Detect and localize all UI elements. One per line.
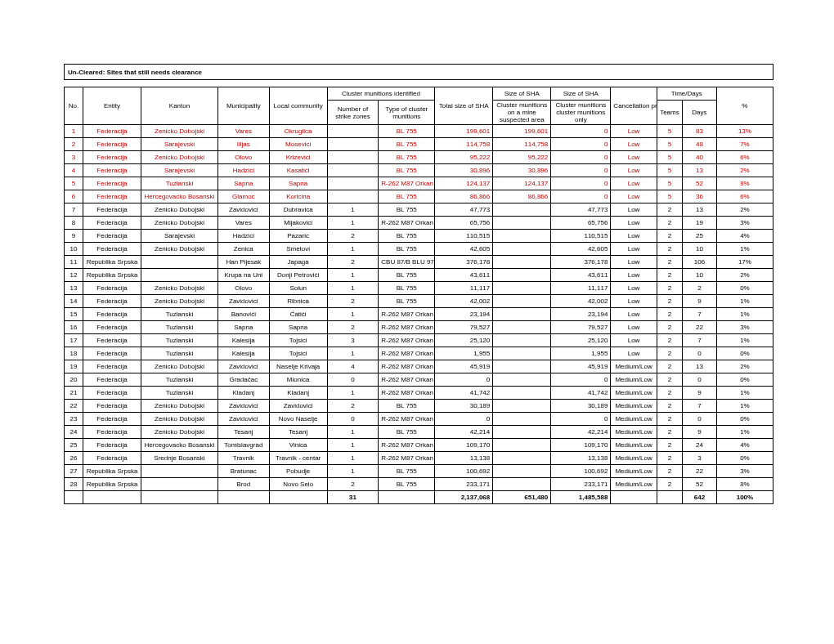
totals-row: 312,137,068651,4801,485,588642100% (65, 491, 773, 504)
table-row: 18FederacijaTuzlanskiKalesijaTojsici1R-2… (65, 347, 773, 360)
col-sha-mine-sub: Cluster munitions on a mine suspected ar… (493, 101, 551, 125)
table-row: 2FederacijaSarajevskiIlijasMoseviciBL 75… (65, 138, 773, 151)
col-sha-mine: Size of SHA (493, 87, 551, 101)
table-row: 28Republika SrpskaBrodNovo Selo2BL 75523… (65, 478, 773, 491)
col-teams: Teams (657, 101, 682, 125)
col-cancel: Cancellation probability (611, 87, 657, 125)
col-days: Days (683, 101, 717, 125)
col-time-group: Time/Days (657, 87, 716, 101)
col-type: Type of cluster munitions (379, 101, 435, 125)
table-row: 9FederacijaSarajevskiHadziciPazaric2BL 7… (65, 230, 773, 243)
col-no: No. (65, 87, 83, 125)
table-row: 27Republika SrpskaBratunacPobudje1BL 755… (65, 465, 773, 478)
table-row: 5FederacijaTuzlanskiSapnaSapnaR-262 M87 … (65, 177, 773, 190)
table-row: 6FederacijaHercegovacko BosanskiGlamocKo… (65, 190, 773, 203)
table-row: 20FederacijaTuzlanskiGradačacMionica0R-2… (65, 373, 773, 387)
table-row: 21FederacijaTuzlanskiKladanjKladanj1R-26… (65, 387, 773, 400)
header-row-1: No. Entity Kanton Municipality Local com… (65, 87, 773, 101)
table-row: 22FederacijaZenicko DobojskiZavidoviciZa… (65, 400, 773, 413)
col-sha-only-sub: Cluster munitions cluster munitions only (551, 101, 611, 125)
table-row: 19FederacijaZenicko DobojskiZavidoviciNa… (65, 360, 773, 373)
table-row: 17FederacijaTuzlanskiKalesijaTojsici3R-2… (65, 334, 773, 347)
table-title: Un-Cleared: Sites that still needs clear… (65, 65, 773, 80)
clearance-table: Un-Cleared: Sites that still needs clear… (64, 64, 773, 504)
col-strike: Number of strike zones (327, 101, 379, 125)
table-row: 10FederacijaZenicko DobojskiZenicaSmetov… (65, 243, 773, 256)
table-row: 25FederacijaHercegovacko BosanskiTomisla… (65, 439, 773, 452)
col-municipality: Municipality (217, 87, 269, 125)
table-row: 7FederacijaZenicko DobojskiZavidoviciDub… (65, 203, 773, 217)
table-row: 8FederacijaZenicko DobojskiVaresMijakovi… (65, 217, 773, 230)
col-kanton: Kanton (141, 87, 217, 125)
table-row: 24FederacijaZenicko DobojskiTesanjTesanj… (65, 426, 773, 439)
table-row: 3FederacijaZenicko DobojskiOlovoKrizevic… (65, 151, 773, 164)
table-row: 4FederacijaSarajevskiHadziciKasatićiBL 7… (65, 164, 773, 177)
col-total: Total size of SHA (435, 87, 493, 125)
table-row: 16FederacijaTuzlanskiSapnaSapna2R-262 M8… (65, 321, 773, 334)
col-local: Local community (269, 87, 327, 125)
table-row: 15FederacijaTuzlanskiBanovićiĆatići1R-26… (65, 308, 773, 321)
col-entity: Entity (83, 87, 141, 125)
table-row: 26FederacijaSrednje BosanskiTravnikTravn… (65, 452, 773, 465)
table-row: 12Republika SrpskaKrupa na UniDonji Petr… (65, 269, 773, 282)
col-cm-group: Cluster munitions identified (327, 87, 435, 101)
table-row: 1FederacijaZenicko DobojskiVaresOkruglic… (65, 125, 773, 138)
col-sha-only: Size of SHA (551, 87, 611, 101)
table-row: 11Republika SrpskaHan PijesakJapaga2CBU … (65, 256, 773, 269)
table-row: 14FederacijaZenicko DobojskiZavidoviciRi… (65, 295, 773, 308)
table-row: 13FederacijaZenicko DobojskiOlovoSolun1B… (65, 282, 773, 295)
col-pct: % (716, 87, 773, 125)
table-row: 23FederacijaZenicko DobojskiZavidoviciNo… (65, 413, 773, 426)
